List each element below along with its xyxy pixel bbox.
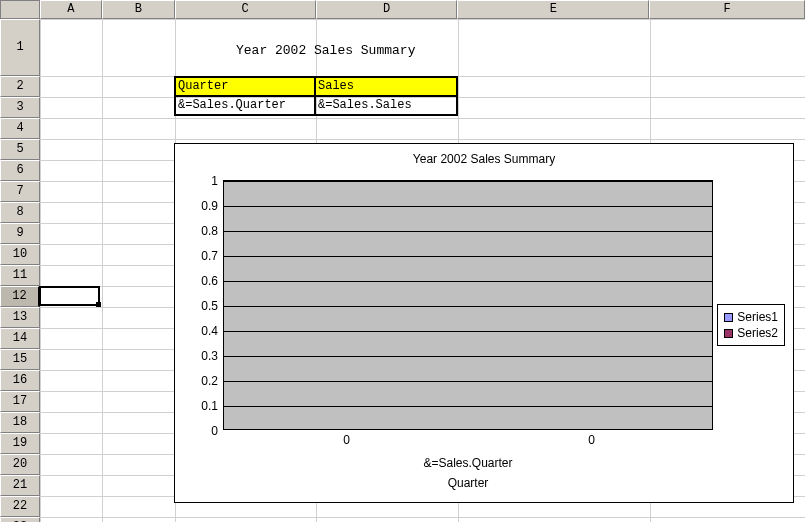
row-header-6[interactable]: 6 (0, 160, 40, 181)
row-header-4[interactable]: 4 (0, 118, 40, 139)
row-header-8[interactable]: 8 (0, 202, 40, 223)
gridline (40, 19, 41, 522)
chart-x-tick: 0 (588, 433, 595, 447)
legend-item: Series2 (724, 325, 778, 341)
chart-y-tick: 0 (211, 424, 218, 438)
chart-plot-area: 00.10.20.30.40.50.60.70.80.9100 (223, 180, 713, 430)
row-header-12[interactable]: 12 (0, 286, 40, 307)
chart-x-tick: 0 (343, 433, 350, 447)
gridline (102, 19, 103, 522)
chart-y-tick: 0.5 (201, 299, 218, 313)
legend-swatch (724, 329, 733, 338)
table-header-sales[interactable]: Sales (315, 77, 457, 96)
gridline (40, 139, 805, 140)
column-header-F[interactable]: F (649, 0, 805, 19)
legend-swatch (724, 313, 733, 322)
column-header-D[interactable]: D (316, 0, 458, 19)
row-header-16[interactable]: 16 (0, 370, 40, 391)
chart-y-tick: 0.4 (201, 324, 218, 338)
legend-label: Series2 (737, 325, 778, 341)
row-header-11[interactable]: 11 (0, 265, 40, 286)
embedded-chart[interactable]: Year 2002 Sales Summary 00.10.20.30.40.5… (174, 143, 794, 503)
page-title: Year 2002 Sales Summary (236, 43, 415, 58)
gridline (40, 19, 805, 20)
chart-y-tick: 0.8 (201, 224, 218, 238)
chart-gridline (224, 281, 712, 282)
table-cell-quarter[interactable]: &=Sales.Quarter (175, 96, 315, 115)
row-header-22[interactable]: 22 (0, 496, 40, 517)
column-header-B[interactable]: B (102, 0, 175, 19)
gridline (40, 517, 805, 518)
row-header-2[interactable]: 2 (0, 76, 40, 97)
chart-y-tick: 0.9 (201, 199, 218, 213)
chart-y-tick: 0.7 (201, 249, 218, 263)
row-header-3[interactable]: 3 (0, 97, 40, 118)
column-header-A[interactable]: A (40, 0, 102, 19)
chart-legend: Series1Series2 (717, 304, 785, 346)
chart-y-tick: 0.3 (201, 349, 218, 363)
row-header-14[interactable]: 14 (0, 328, 40, 349)
data-table: Quarter Sales &=Sales.Quarter &=Sales.Sa… (174, 76, 458, 116)
gridline (40, 118, 805, 119)
column-headers: ABCDEF (0, 0, 805, 19)
chart-y-tick: 0.6 (201, 274, 218, 288)
chart-title: Year 2002 Sales Summary (175, 152, 793, 166)
cell-grid[interactable]: Year 2002 Sales Summary Quarter Sales &=… (40, 19, 805, 522)
row-header-13[interactable]: 13 (0, 307, 40, 328)
row-header-17[interactable]: 17 (0, 391, 40, 412)
table-header-quarter[interactable]: Quarter (175, 77, 315, 96)
chart-gridline (224, 331, 712, 332)
row-header-15[interactable]: 15 (0, 349, 40, 370)
chart-gridline (224, 181, 712, 182)
legend-item: Series1 (724, 309, 778, 325)
table-cell-sales[interactable]: &=Sales.Sales (315, 96, 457, 115)
column-header-C[interactable]: C (175, 0, 316, 19)
legend-label: Series1 (737, 309, 778, 325)
row-header-20[interactable]: 20 (0, 454, 40, 475)
chart-gridline (224, 206, 712, 207)
row-header-7[interactable]: 7 (0, 181, 40, 202)
chart-gridline (224, 381, 712, 382)
row-header-18[interactable]: 18 (0, 412, 40, 433)
row-header-1[interactable]: 1 (0, 19, 40, 76)
chart-y-tick: 0.1 (201, 399, 218, 413)
column-header-E[interactable]: E (457, 0, 649, 19)
row-header-23[interactable]: 23 (0, 517, 40, 522)
chart-gridline (224, 356, 712, 357)
row-header-21[interactable]: 21 (0, 475, 40, 496)
active-cell-cursor (39, 286, 100, 306)
row-header-19[interactable]: 19 (0, 433, 40, 454)
chart-gridline (224, 256, 712, 257)
chart-gridline (224, 306, 712, 307)
row-header-5[interactable]: 5 (0, 139, 40, 160)
chart-x-axis-label-2: Quarter (223, 476, 713, 490)
row-header-9[interactable]: 9 (0, 223, 40, 244)
row-headers: 123456789101112131415161718192021222324 (0, 19, 40, 522)
chart-y-tick: 0.2 (201, 374, 218, 388)
chart-gridline (224, 406, 712, 407)
chart-y-tick: 1 (211, 174, 218, 188)
row-header-10[interactable]: 10 (0, 244, 40, 265)
chart-gridline (224, 231, 712, 232)
chart-x-axis-label-1: &=Sales.Quarter (223, 456, 713, 470)
select-all-corner[interactable] (0, 0, 40, 19)
spreadsheet: ABCDEF 123456789101112131415161718192021… (0, 0, 805, 522)
